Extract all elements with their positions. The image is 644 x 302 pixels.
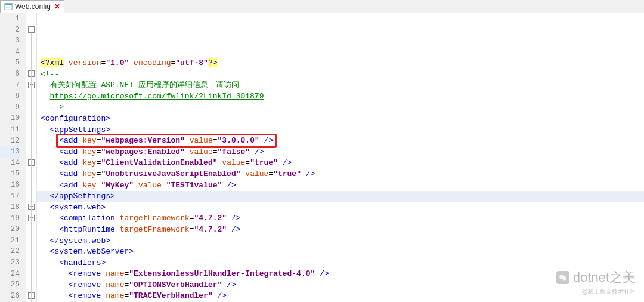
code-area[interactable]: dotnet之美 @稀土掘金技术社区 <?xml version="1.0" e… <box>37 13 644 302</box>
line-number: 9 <box>0 102 20 113</box>
line-number: 17 <box>0 191 20 202</box>
line-number: 13 <box>0 146 20 158</box>
code-line[interactable]: <add key="UnobtrusiveJavaScriptEnabled" … <box>37 169 644 180</box>
code-line[interactable]: <add key="webpages:Enabled" value="false… <box>37 147 644 158</box>
svg-rect-2 <box>6 7 11 7</box>
code-line[interactable]: <add key="MyKey" value="TEST1value" /> <box>37 180 644 192</box>
line-number: 4 <box>0 47 20 58</box>
line-number: 22 <box>0 246 20 257</box>
code-line[interactable]: </system.web> <box>37 236 644 247</box>
line-number: 18 <box>0 202 20 213</box>
code-line[interactable]: <httpRuntime targetFramework="4.7.2" /> <box>37 224 644 236</box>
code-line[interactable]: </appSettings> <box>37 191 644 202</box>
code-line[interactable]: <remove name="TRACEVerbHandler" /> <box>37 291 644 302</box>
svg-rect-1 <box>5 4 12 5</box>
line-number: 19 <box>0 213 20 224</box>
code-line[interactable]: <!-- <box>37 69 644 81</box>
line-number: 23 <box>0 257 20 269</box>
line-number: 3 <box>0 35 20 47</box>
code-line[interactable]: <add key="webpages:Version" value="3.0.0… <box>37 135 644 147</box>
line-number: 2 <box>0 24 20 36</box>
line-number: 8 <box>0 91 20 102</box>
code-line[interactable]: <compilation targetFramework="4.7.2" /> <box>37 213 644 224</box>
line-number: 14 <box>0 158 20 169</box>
line-number: 25 <box>0 279 20 291</box>
line-number: 5 <box>0 57 20 69</box>
fold-toggle[interactable]: − <box>28 26 35 33</box>
code-line[interactable]: 有关如何配置 ASP.NET 应用程序的详细信息，请访问 <box>37 80 644 91</box>
line-number: 6 <box>0 69 20 80</box>
line-number: 21 <box>0 235 20 246</box>
code-line[interactable]: <system.web> <box>37 202 644 214</box>
line-number-gutter: 1234567891011121314151617181920212223242… <box>0 13 26 302</box>
close-icon[interactable]: ✕ <box>54 2 60 11</box>
line-number: 15 <box>0 168 20 180</box>
line-number: 26 <box>0 291 20 302</box>
code-line[interactable]: <configuration> <box>37 113 644 125</box>
line-number: 12 <box>0 135 20 147</box>
tab-bar: Web.config ✕ <box>0 0 644 13</box>
file-icon <box>4 2 13 11</box>
code-line[interactable]: <add key="ClientValidationEnabled" value… <box>37 158 644 169</box>
editor[interactable]: 1234567891011121314151617181920212223242… <box>0 13 644 302</box>
fold-column: −−−−−−− <box>26 13 37 302</box>
tab-label: Web.config <box>15 2 51 11</box>
code-line[interactable]: <?xml version="1.0" encoding="utf-8"?> <box>37 58 644 69</box>
line-number: 10 <box>0 113 20 124</box>
code-line[interactable]: <remove name="OPTIONSVerbHandler" /> <box>37 280 644 291</box>
code-line[interactable]: <appSettings> <box>37 125 644 136</box>
code-line[interactable]: --> <box>37 102 644 113</box>
line-number: 11 <box>0 124 20 135</box>
code-line[interactable]: <system.webServer> <box>37 246 644 258</box>
line-number: 7 <box>0 80 20 91</box>
svg-rect-3 <box>6 8 10 8</box>
code-line[interactable]: <remove name="ExtensionlessUrlHandler-In… <box>37 269 644 280</box>
tab-active[interactable]: Web.config ✕ <box>0 0 64 13</box>
line-number: 16 <box>0 180 20 191</box>
line-number: 20 <box>0 224 20 235</box>
code-line[interactable]: <handlers> <box>37 258 644 269</box>
line-number: 24 <box>0 269 20 280</box>
line-number: 1 <box>0 13 20 24</box>
code-line[interactable]: https://go.microsoft.com/fwlink/?LinkId=… <box>37 91 644 103</box>
